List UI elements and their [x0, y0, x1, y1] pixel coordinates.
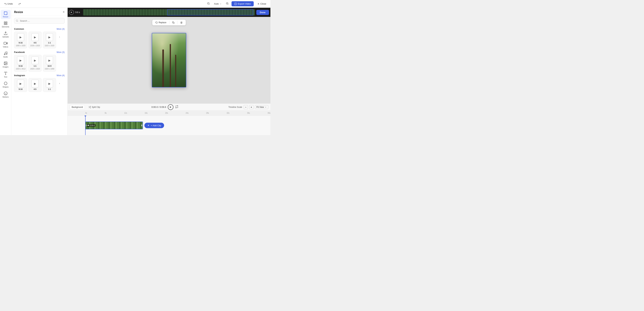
audio-icon	[4, 51, 8, 55]
close-button[interactable]: Close	[256, 2, 268, 6]
zoom-out-button[interactable]	[206, 1, 210, 6]
topbar-right: Auto Export Video Close	[206, 1, 268, 6]
replace-button[interactable]: Replace	[154, 20, 168, 25]
timeline-right: Timeline Scale − + Fit View	[228, 105, 268, 109]
timeline-playhead	[85, 116, 86, 135]
ruler-mark-4s: 4s	[85, 112, 87, 114]
fit-view-button[interactable]: Fit View	[255, 105, 268, 109]
ruler-marks-container: 4s 8s 12s 16s 20s 24s 28s 32s 36s 40s	[85, 111, 270, 115]
text-icon	[4, 71, 8, 75]
common-more-button[interactable]: More (4)	[57, 28, 64, 30]
size-card-11-1920[interactable]: ▶ 1:1 1920 x 1920	[43, 32, 56, 48]
size-card-916-1080[interactable]: ▶ 9:16 1080 x 1920	[14, 32, 27, 48]
filmstrip-play-button[interactable]	[69, 10, 74, 15]
dims-label: 1920 x 3413	[16, 68, 25, 70]
size-card-45-1536[interactable]: ▶ 4:5 1536 x 1920	[28, 32, 42, 48]
sidebar-item-shapes[interactable]: Shapes	[1, 80, 10, 89]
svg-point-19	[4, 54, 5, 55]
background-tag[interactable]: Background	[70, 105, 85, 109]
copy-icon	[172, 21, 174, 24]
size-card-facebook-11[interactable]: ▶ 1:1 1920 x 1920	[28, 55, 42, 72]
sidebar-item-text[interactable]: Text	[1, 70, 10, 79]
sidebar-item-resize[interactable]: Resize	[1, 10, 10, 19]
videos-icon	[4, 41, 8, 45]
sidebar-item-stickers[interactable]: Stickers	[1, 90, 10, 99]
sidebar-item-audio[interactable]: Audio	[1, 50, 10, 59]
scale-minus-button[interactable]: −	[244, 105, 248, 109]
common-cards-row: ▶ 9:16 1080 x 1920 ▶ 4:5 1536 x 1920 ▶ 1…	[14, 32, 64, 48]
size-card-icon: ▶	[17, 80, 24, 87]
size-card-instagram-11[interactable]: ▶ 1:1	[43, 78, 56, 92]
ruler-mark-40s: 40s	[268, 112, 270, 114]
export-video-button[interactable]: Export Video	[232, 1, 254, 6]
uploads-icon	[4, 31, 8, 35]
sidebar-item-images[interactable]: Images	[1, 60, 10, 69]
size-card-icon: ▶	[17, 33, 24, 41]
instagram-more-button[interactable]: More (4)	[57, 74, 64, 77]
copy-button[interactable]	[170, 20, 176, 25]
size-card-instagram-916[interactable]: ▶ 9:16	[14, 78, 27, 92]
timeline-tracks: 0:09.6 + Add Clip	[68, 116, 270, 135]
tree-trunk-1	[162, 49, 164, 87]
timeline-left: Background Split Clip	[70, 105, 102, 109]
size-card-facebook-916[interactable]: ▶ 9:16 1920 x 3413	[14, 55, 27, 72]
close-resize-panel-button[interactable]: ×	[63, 10, 64, 14]
app-body: Resize Elements Uploads Videos Audio Ima…	[0, 8, 270, 135]
size-card-icon: ▶	[46, 56, 53, 64]
add-clip-button[interactable]: + Add Clip	[144, 123, 164, 128]
svg-rect-37	[88, 125, 88, 126]
ruler-mark-24s: 24s	[186, 112, 188, 114]
facebook-cards-row: ▶ 9:16 1920 x 3413 ▶ 1:1 1920 x 1920 ▶ 1…	[14, 55, 64, 72]
size-card-icon: ▶	[32, 33, 38, 41]
svg-rect-15	[6, 23, 7, 25]
ruler-mark-32s: 32s	[226, 112, 230, 114]
replace-icon	[156, 21, 158, 24]
instagram-more-arrow[interactable]: ›	[58, 79, 62, 87]
zoom-in-button[interactable]	[225, 1, 230, 6]
delete-button[interactable]	[178, 20, 184, 25]
timeline-scale-label: Timeline Scale	[228, 106, 242, 108]
sidebar-item-videos[interactable]: Videos	[1, 40, 10, 49]
common-more-arrow[interactable]: ›	[58, 33, 62, 41]
play-icon	[170, 106, 172, 108]
play-pause-button[interactable]	[168, 104, 174, 110]
timeline-area: Background Split Clip 0:00.0 / 0:09.6	[68, 103, 270, 135]
svg-rect-13	[6, 22, 7, 23]
svg-point-26	[4, 92, 7, 95]
playhead-dot	[84, 116, 86, 116]
panel-content: Common More (4) ▶ 9:16 1080 x 1920 ▶ 4:5…	[11, 25, 68, 135]
ruler-mark-8s: 8s	[105, 112, 107, 114]
ratio-label: 9:16	[19, 65, 22, 67]
svg-point-25	[4, 82, 7, 85]
done-button[interactable]: Done	[256, 10, 269, 15]
loop-button[interactable]	[175, 105, 178, 109]
size-card-instagram-45[interactable]: ▶ 4:5	[28, 78, 42, 92]
shapes-icon	[4, 81, 8, 85]
svg-rect-32	[173, 22, 174, 23]
undo-button[interactable]: Undo	[3, 2, 14, 6]
split-clip-button[interactable]: Split Clip	[87, 105, 102, 109]
dims-label: 1920 x 1080	[44, 68, 54, 70]
facebook-more-button[interactable]: More (3)	[57, 51, 64, 53]
resize-panel-header: Resize ×	[11, 8, 68, 16]
sidebar-item-elements[interactable]: Elements	[1, 20, 10, 29]
scale-plus-button[interactable]: +	[249, 105, 254, 109]
clip-duration-badge: 0:09.6	[86, 124, 96, 127]
dims-label: 1536 x 1920	[30, 44, 40, 47]
zoom-auto-dropdown[interactable]: Auto	[213, 2, 223, 6]
delete-icon	[180, 21, 182, 24]
video-forest-bg	[152, 33, 186, 87]
stickers-icon	[4, 91, 8, 95]
size-card-facebook-169[interactable]: ▶ 16:9 1920 x 1080	[43, 55, 56, 72]
sidebar-item-uploads[interactable]: Uploads	[1, 30, 10, 39]
timeline-toolbar: Background Split Clip 0:00.0 / 0:09.6	[68, 104, 270, 111]
clip-resize-handle-right[interactable]	[141, 122, 142, 129]
search-input[interactable]	[14, 18, 64, 24]
svg-point-20	[6, 53, 7, 54]
timeline-center: 0:00.0 / 0:09.6	[152, 104, 178, 110]
svg-marker-8	[235, 3, 236, 4]
size-card-icon: ▶	[46, 33, 53, 41]
svg-rect-38	[141, 125, 142, 126]
video-clip[interactable]: 0:09.6	[85, 122, 143, 129]
redo-button[interactable]	[17, 2, 22, 6]
